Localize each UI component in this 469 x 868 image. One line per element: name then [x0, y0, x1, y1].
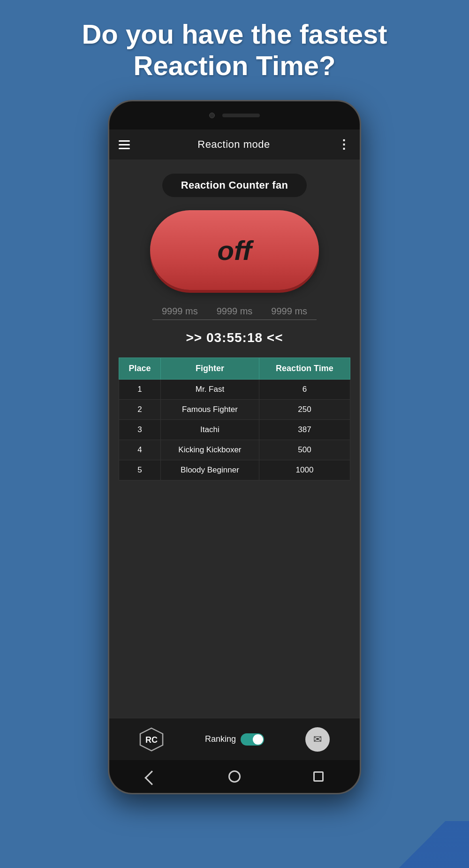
col-fighter: Fighter: [160, 358, 259, 380]
accent-decoration: [375, 821, 469, 868]
reaction-button[interactable]: off: [150, 210, 319, 290]
table-row: 3Itachi387: [119, 420, 350, 440]
phone-body: Reaction mode ⋮ Reaction Counter fan off…: [108, 100, 361, 794]
table-row: 2Famous Fighter250: [119, 400, 350, 420]
stat-ms3: 9999 ms: [262, 303, 317, 320]
app-title: Reaction mode: [197, 138, 270, 151]
phone-mockup: Reaction mode ⋮ Reaction Counter fan off…: [0, 100, 469, 794]
stat-ms1: 9999 ms: [152, 303, 207, 320]
table-row: 1Mr. Fast6: [119, 380, 350, 400]
cell-time: 500: [259, 440, 350, 460]
stat-ms2: 9999 ms: [207, 303, 262, 320]
table-row: 4Kicking Kickboxer500: [119, 440, 350, 460]
header-line1: Do you have the fastest: [82, 19, 387, 49]
timer-display: >> 03:55:18 <<: [186, 330, 283, 345]
table-header-row: Place Fighter Reaction Time: [119, 358, 350, 380]
cell-fighter: Famous Fighter: [160, 400, 259, 420]
cell-place: 1: [119, 380, 161, 400]
header-line2: Reaction Time?: [134, 50, 336, 81]
col-place: Place: [119, 358, 161, 380]
mail-icon: ✉: [313, 733, 322, 746]
ranking-label: Ranking: [205, 734, 236, 744]
header-section: Do you have the fastest Reaction Time?: [0, 0, 469, 95]
header-title: Do you have the fastest Reaction Time?: [0, 0, 469, 95]
hamburger-menu[interactable]: [119, 140, 130, 149]
ranking-section: Ranking: [205, 733, 264, 746]
cell-time: 1000: [259, 460, 350, 480]
cell-place: 3: [119, 420, 161, 440]
cell-time: 387: [259, 420, 350, 440]
bottom-bar: RC Ranking ✉: [109, 718, 360, 760]
phone-notch: [109, 101, 360, 129]
stats-row: 9999 ms 9999 ms 9999 ms: [119, 303, 350, 320]
cell-fighter: Bloody Beginner: [160, 460, 259, 480]
app-bar: Reaction mode ⋮: [109, 129, 360, 160]
speaker-bar: [222, 114, 260, 117]
cell-place: 2: [119, 400, 161, 420]
cell-time: 6: [259, 380, 350, 400]
camera-dot: [209, 113, 215, 118]
home-nav-icon[interactable]: [228, 770, 241, 783]
reaction-button-label: off: [217, 235, 251, 266]
table-row: 5Bloody Beginner1000: [119, 460, 350, 480]
recents-nav-icon[interactable]: [313, 771, 324, 782]
leaderboard-table: Place Fighter Reaction Time 1Mr. Fast62F…: [119, 358, 350, 480]
cell-time: 250: [259, 400, 350, 420]
cell-place: 4: [119, 440, 161, 460]
svg-text:RC: RC: [145, 735, 158, 745]
nav-bar: [109, 760, 360, 793]
cell-fighter: Itachi: [160, 420, 259, 440]
app-content: Reaction Counter fan off 9999 ms 9999 ms…: [109, 160, 360, 718]
ranking-toggle[interactable]: [241, 733, 264, 746]
username-badge: Reaction Counter fan: [162, 174, 307, 197]
col-reaction-time: Reaction Time: [259, 358, 350, 380]
cell-place: 5: [119, 460, 161, 480]
cell-fighter: Kicking Kickboxer: [160, 440, 259, 460]
rc-logo-icon: RC: [139, 727, 164, 752]
back-nav-icon[interactable]: [145, 771, 159, 785]
mail-button[interactable]: ✉: [305, 727, 330, 752]
more-options-icon[interactable]: ⋮: [338, 137, 350, 152]
cell-fighter: Mr. Fast: [160, 380, 259, 400]
